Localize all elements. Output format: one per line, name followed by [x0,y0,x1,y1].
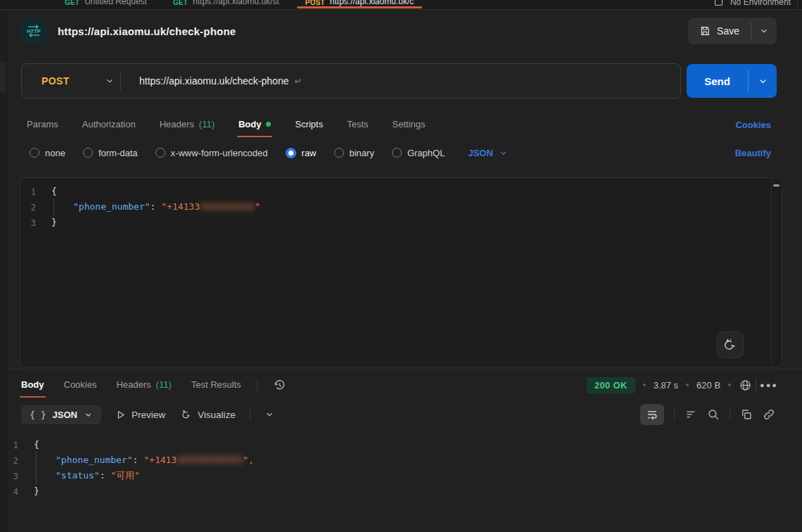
radio-circle [155,148,165,158]
workspace-tab-bar: GET Untitled Request GET https://api.xia… [0,0,802,10]
tab-headers[interactable]: Headers (11) [160,119,215,131]
editor-line: 2 "phone_number": "+141330000000000" [20,199,782,215]
http-request-icon: HTTP [21,18,46,44]
json-string: "可用" [110,470,140,481]
radio-urlencoded[interactable]: x-www-form-urlencoded [155,148,268,158]
filter-icon[interactable] [685,408,697,421]
editor-line: 3 } [20,215,782,230]
tab-body[interactable]: Body [238,119,272,131]
response-tab-headers[interactable]: Headers (11) [116,379,171,391]
method-badge: GET [65,0,79,6]
tab-untitled-request[interactable]: GET Untitled Request [52,0,160,10]
radio-form-data[interactable]: form-data [83,148,138,158]
tab-params[interactable]: Params [27,119,58,131]
url-bar: POST https://api.xiaomu.uk/check-phone ↵… [0,63,802,99]
search-icon[interactable] [707,408,720,421]
status-badge[interactable]: 200 OK [587,377,635,393]
radio-raw[interactable]: raw [286,148,317,158]
method-selector[interactable]: POST [22,75,115,87]
chevron-down-icon [84,410,93,419]
preview-button[interactable]: Preview [115,410,165,420]
line-number: 2 [20,202,51,213]
ai-sparkle-icon [723,337,738,353]
radio-graphql[interactable]: GraphQL [392,148,445,158]
viewer-line: 2 "phone_number": "+1413000000000000", [0,452,802,468]
new-tab-button[interactable]: + [427,0,447,10]
tab-request-2[interactable]: GET https://api.xiaomu.uk/st [160,0,292,10]
preview-play-icon [115,410,126,420]
response-body-viewer[interactable]: 1 { 2 "phone_number": "+1413000000000000… [0,429,802,499]
request-body-editor[interactable]: 1 { 2 "phone_number": "+141330000000000"… [20,177,782,367]
editor-scrollbar[interactable] [771,178,782,367]
radio-circle-selected [286,148,296,158]
divider [674,408,675,421]
visualize-sparkle-icon [179,408,192,421]
response-time[interactable]: 3.87 s [654,380,678,391]
viewer-line: 3 "status": "可用" [0,468,802,483]
divider [250,408,250,421]
save-button[interactable]: Save [688,18,751,44]
scrollbar-thumb[interactable] [773,184,779,186]
send-button[interactable]: Send [687,64,748,98]
more-options-button[interactable]: ●●● [760,381,778,389]
chevron-down-icon [105,76,115,86]
environment-selector[interactable]: No Environment [713,0,802,10]
indent-guide [36,467,37,485]
sidebar-expand-handle[interactable] [0,61,6,92]
response-size[interactable]: 620 B [696,380,720,391]
network-globe-icon[interactable] [739,379,752,392]
editor-line: 1 { [20,184,782,199]
body-language-selector[interactable]: JSON [468,148,507,158]
radio-binary[interactable]: binary [334,148,374,158]
radio-circle [392,148,402,158]
radio-circle [30,148,39,158]
return-symbol: ↵ [294,76,302,87]
viewer-options-chevron[interactable] [265,410,274,419]
visualize-button[interactable]: Visualize [179,408,236,421]
radio-none[interactable]: none [30,148,65,158]
cookies-link[interactable]: Cookies [735,120,771,130]
tab-request-active[interactable]: POST https://api.xiaomu.uk/c [293,0,426,10]
redacted-phone-digits: 0000000000 [200,201,255,212]
radio-circle [83,148,93,158]
braces-icon: { } [30,410,46,420]
beautify-link[interactable]: Beautify [735,148,771,158]
json-string: "+14133 [161,201,200,212]
response-tab-test-results[interactable]: Test Results [191,379,241,391]
request-title: https://api.xiaomu.uk/check-phone [58,25,236,37]
environment-icon [713,0,724,7]
body-mode-row: none form-data x-www-form-urlencoded raw… [0,141,802,165]
response-history-icon[interactable] [273,379,286,392]
postbot-ai-button[interactable] [717,331,744,358]
viewer-line: 1 { [0,437,802,452]
request-header: HTTP https://api.xiaomu.uk/check-phone S… [0,10,802,52]
request-url-container: POST https://api.xiaomu.uk/check-phone ↵ [21,63,681,99]
tab-settings[interactable]: Settings [393,119,426,131]
save-options-button[interactable] [751,18,777,44]
request-tabs: Params Authorization Headers (11) Body S… [0,111,802,138]
wrap-text-button[interactable] [640,404,664,425]
link-icon[interactable] [763,408,775,421]
tab-tests[interactable]: Tests [347,119,368,131]
method-badge: POST [305,0,325,6]
copy-icon[interactable] [740,408,753,421]
meta-separator-dot [686,384,689,386]
send-split-button: Send [687,64,777,98]
tab-authorization[interactable]: Authorization [82,119,136,131]
open-tabs: GET Untitled Request GET https://api.xia… [52,0,447,10]
response-toolbar: { } JSON Preview Visualize [0,400,802,429]
json-key: "status" [56,470,100,481]
svg-text:HTTP: HTTP [27,28,41,34]
line-number: 1 [20,186,51,197]
chevron-down-icon [758,76,768,87]
redacted-phone-digits: 000000000000 [177,455,243,465]
divider [257,379,257,391]
send-options-button[interactable] [749,64,777,98]
response-format-selector[interactable]: { } JSON [21,405,101,424]
response-tab-cookies[interactable]: Cookies [64,379,97,391]
url-input[interactable]: https://api.xiaomu.uk/check-phone ↵ [121,75,680,87]
line-number: 3 [20,217,51,228]
response-tab-body[interactable]: Body [21,379,44,391]
tab-scripts[interactable]: Scripts [295,119,323,131]
headers-count: (11) [156,379,172,390]
